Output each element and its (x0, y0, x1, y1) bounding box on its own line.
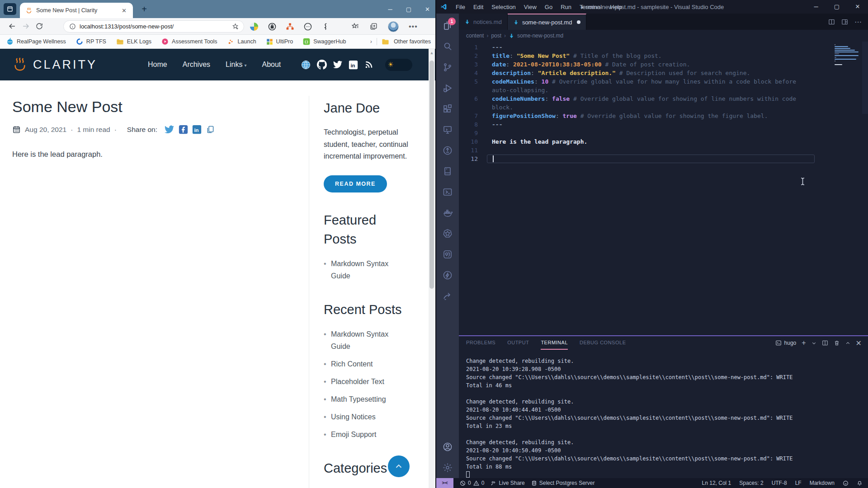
new-terminal-icon[interactable]: + (802, 339, 806, 347)
nav-link-about[interactable]: About (262, 61, 281, 69)
terminal-output[interactable]: Change detected, rebuilding site.2021-08… (459, 350, 868, 479)
author-name[interactable]: Jane Doe (324, 99, 422, 117)
editor-layout-icon[interactable] (841, 19, 848, 25)
breadcrumb-segment[interactable]: post (491, 33, 501, 39)
menu-view[interactable]: View (520, 4, 541, 10)
scrollbar-up-icon[interactable]: ▲ (429, 49, 435, 55)
browser-scrollbar[interactable]: ▲ (429, 49, 435, 488)
account-icon[interactable] (436, 436, 459, 457)
bookmark-item[interactable]: UltiPro (266, 38, 293, 45)
editor-more-actions-icon[interactable]: ⋯ (854, 18, 862, 26)
indentation-status[interactable]: Spaces: 2 (739, 480, 763, 486)
menu-run[interactable]: Run (557, 4, 576, 10)
cursor-position-status[interactable]: Ln 12, Col 1 (702, 480, 731, 486)
tab-close-icon[interactable]: ✕ (120, 6, 128, 15)
language-globe-icon[interactable] (301, 60, 311, 70)
featured-post-link[interactable]: Markdown Syntax Guide (324, 258, 396, 282)
favorites-icon[interactable] (351, 22, 359, 31)
editor-line[interactable]: 12 (459, 155, 868, 163)
editor-line[interactable]: 2title: "Some New Post" # Title of the b… (459, 52, 868, 60)
twitter-icon[interactable] (333, 60, 343, 70)
site-info-icon[interactable] (69, 23, 76, 30)
postgresql-icon[interactable] (436, 244, 459, 265)
bookmark-item[interactable]: {}SwaggerHub (303, 38, 346, 45)
browser-minimize-button[interactable]: ─ (388, 6, 392, 13)
editor-line[interactable]: 5codeMaxLines: 10 # Override global valu… (459, 77, 868, 86)
recent-post-link[interactable]: Markdown Syntax Guide (324, 328, 396, 352)
colorful-extension-icon[interactable] (250, 22, 259, 31)
split-terminal-icon[interactable] (822, 340, 828, 346)
recent-post-link[interactable]: Emoji Support (324, 428, 396, 441)
menu-selection[interactable]: Selection (487, 4, 519, 10)
close-panel-icon[interactable]: ✕ (856, 339, 862, 347)
vscode-minimize-button[interactable]: ─ (806, 0, 826, 14)
split-editor-icon[interactable] (828, 19, 835, 25)
circle-extension-icon[interactable] (303, 22, 312, 31)
nav-link-archives[interactable]: Archives (183, 61, 210, 69)
thunder-client-icon[interactable] (436, 265, 459, 286)
scrollbar-thumb[interactable] (429, 61, 434, 289)
extensions-icon[interactable] (436, 99, 459, 119)
editor-line[interactable]: 7figurePositionShow: true # Override glo… (459, 112, 868, 120)
unsaved-dot-icon[interactable] (577, 20, 580, 24)
linkedin-share-icon[interactable]: in (192, 125, 202, 134)
panel-tab-problems[interactable]: PROBLEMS (466, 336, 495, 350)
panel-tab-output[interactable]: OUTPUT (507, 336, 529, 350)
collections-icon[interactable] (369, 22, 378, 31)
menu-go[interactable]: Go (541, 4, 557, 10)
bookmark-item[interactable]: RP TFS (76, 38, 106, 45)
menu-edit[interactable]: Edit (469, 4, 487, 10)
bookmark-item[interactable]: Launch (227, 38, 256, 45)
theme-toggle[interactable]: ☀ (385, 59, 412, 71)
menu-terminal[interactable]: Terminal (576, 4, 606, 10)
facebook-share-icon[interactable] (179, 125, 188, 134)
bookmark-item[interactable]: RealPage Wellness (6, 38, 66, 45)
panel-tab-terminal[interactable]: TERMINAL (541, 336, 568, 350)
editor-tab-some-new-post.md[interactable]: some-new-post.md (508, 14, 587, 30)
breadcrumb-segment[interactable]: some-new-post.md (517, 33, 563, 39)
recent-post-link[interactable]: Math Typesetting (324, 393, 396, 405)
bookmarks-icon[interactable] (436, 161, 459, 182)
browser-tab[interactable]: Some New Post | Clarity ✕ (20, 3, 133, 18)
editor-tab-notices.md[interactable]: notices.md (459, 14, 508, 30)
other-favorites-label[interactable]: Other favorites (394, 38, 431, 45)
nav-link-home[interactable]: Home (148, 61, 167, 69)
profile-avatar[interactable] (388, 21, 399, 32)
bookmarks-overflow-icon[interactable]: › (370, 38, 372, 45)
linkedin-icon[interactable]: in (349, 60, 358, 70)
minimap[interactable] (835, 44, 861, 69)
maximize-panel-icon[interactable] (845, 341, 850, 346)
recent-post-link[interactable]: Using Notices (324, 411, 396, 423)
editor-scrollbar[interactable] (862, 42, 868, 114)
live-share-status[interactable]: Live Share (491, 480, 524, 486)
terminal-dropdown-icon[interactable] (811, 341, 816, 346)
back-button[interactable] (5, 22, 19, 31)
run-debug-icon[interactable] (436, 78, 459, 99)
twitter-share-icon[interactable] (164, 124, 175, 135)
vscode-close-button[interactable]: ✕ (847, 0, 868, 14)
vscode-maximize-button[interactable]: ▢ (826, 0, 847, 14)
refresh-button[interactable] (33, 22, 46, 30)
new-tab-button[interactable]: + (138, 4, 150, 15)
live-share-icon[interactable] (436, 140, 459, 161)
code-editor[interactable]: 1---2title: "Some New Post" # Title of t… (459, 42, 868, 335)
tab-actions-button[interactable] (4, 3, 16, 15)
editor-line[interactable]: 6codeLineNumbers: false # Override globa… (459, 94, 868, 103)
editor-line[interactable]: 9 (459, 129, 868, 137)
menu-file[interactable]: File (452, 4, 469, 10)
github-icon[interactable] (317, 60, 327, 70)
explorer-icon[interactable]: 1 (436, 15, 459, 36)
language-mode-status[interactable]: Markdown (810, 480, 835, 486)
recent-post-link[interactable]: Rich Content (324, 358, 396, 370)
breadcrumb[interactable]: content›post›some-new-post.md (459, 30, 868, 42)
address-bar[interactable]: localhost:1313/post/some-new-post/ (63, 20, 244, 33)
site-brand[interactable]: CLARITY (11, 57, 97, 72)
bookmark-item[interactable]: ELK Logs (116, 38, 151, 45)
docker-icon[interactable] (436, 202, 459, 223)
add-favorite-icon[interactable] (231, 23, 239, 30)
copy-link-icon[interactable] (206, 125, 215, 134)
sitemap-extension-icon[interactable] (286, 22, 294, 31)
read-more-button[interactable]: READ MORE (324, 175, 387, 192)
encoding-status[interactable]: UTF-8 (772, 480, 787, 486)
search-icon[interactable] (436, 36, 459, 57)
